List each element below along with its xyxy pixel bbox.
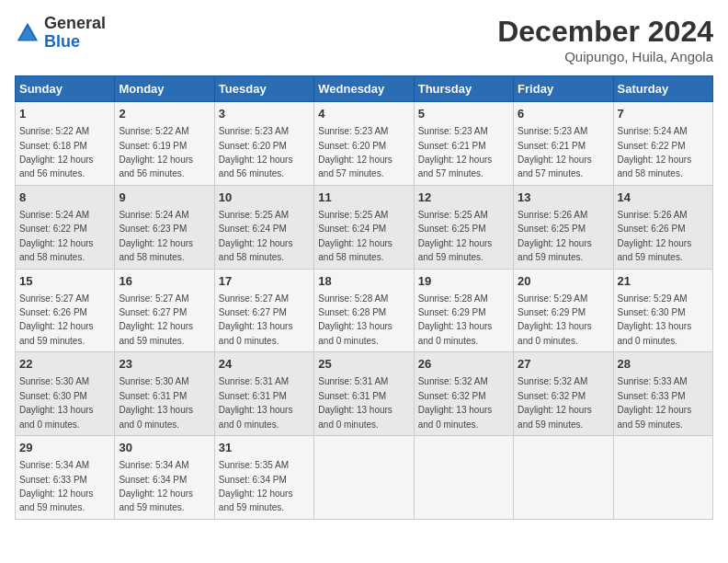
cell-week1-day1: 9Sunrise: 5:24 AMSunset: 6:23 PMDaylight… [115,185,214,269]
cell-week4-day3 [314,436,414,520]
title-block: December 2024 Quipungo, Huila, Angola [497,15,713,64]
cell-week2-day6: 21Sunrise: 5:29 AMSunset: 6:30 PMDayligh… [613,269,712,352]
day-number: 13 [518,190,609,206]
day-number: 18 [318,273,409,290]
cell-info: Sunrise: 5:31 AMSunset: 6:31 PMDaylight:… [318,376,392,429]
day-number: 23 [119,356,210,373]
day-number: 2 [119,106,210,122]
header-tuesday: Tuesday [214,76,313,102]
cell-week4-day2: 31Sunrise: 5:35 AMSunset: 6:34 PMDayligh… [214,436,313,520]
cell-week2-day3: 18Sunrise: 5:28 AMSunset: 6:28 PMDayligh… [314,269,414,352]
day-number: 1 [19,106,110,122]
day-number: 22 [19,356,110,373]
cell-week4-day4 [414,436,513,520]
logo-icon [15,20,40,46]
day-number: 28 [618,356,709,373]
cell-info: Sunrise: 5:29 AMSunset: 6:30 PMDaylight:… [618,293,692,346]
cell-info: Sunrise: 5:27 AMSunset: 6:27 PMDaylight:… [119,293,193,346]
cell-info: Sunrise: 5:34 AMSunset: 6:34 PMDaylight:… [119,460,193,512]
cell-info: Sunrise: 5:22 AMSunset: 6:19 PMDaylight:… [119,126,193,178]
day-number: 24 [219,356,310,373]
page-title: December 2024 [497,15,713,49]
day-number: 21 [618,273,709,290]
cell-week3-day2: 24Sunrise: 5:31 AMSunset: 6:31 PMDayligh… [214,352,313,436]
cell-week2-day0: 15Sunrise: 5:27 AMSunset: 6:26 PMDayligh… [16,269,115,352]
cell-info: Sunrise: 5:23 AMSunset: 6:20 PMDaylight:… [318,126,392,178]
week-row-3: 22Sunrise: 5:30 AMSunset: 6:30 PMDayligh… [16,352,713,436]
header-monday: Monday [115,76,214,102]
cell-info: Sunrise: 5:23 AMSunset: 6:20 PMDaylight:… [219,126,293,178]
cell-week1-day4: 12Sunrise: 5:25 AMSunset: 6:25 PMDayligh… [414,185,513,269]
cell-info: Sunrise: 5:22 AMSunset: 6:18 PMDaylight:… [19,126,94,178]
day-number: 25 [318,356,409,373]
cell-week2-day1: 16Sunrise: 5:27 AMSunset: 6:27 PMDayligh… [115,269,214,352]
cell-week3-day4: 26Sunrise: 5:32 AMSunset: 6:32 PMDayligh… [414,352,513,436]
day-number: 4 [318,106,409,122]
header-thursday: Thursday [414,76,513,102]
day-number: 8 [19,190,110,206]
cell-info: Sunrise: 5:25 AMSunset: 6:24 PMDaylight:… [219,210,293,262]
cell-info: Sunrise: 5:26 AMSunset: 6:25 PMDaylight:… [518,210,592,262]
cell-week2-day5: 20Sunrise: 5:29 AMSunset: 6:29 PMDayligh… [514,269,613,352]
day-number: 7 [618,106,709,122]
cell-info: Sunrise: 5:29 AMSunset: 6:29 PMDaylight:… [518,293,592,346]
day-number: 6 [518,106,609,122]
day-number: 9 [119,190,210,206]
header-sunday: Sunday [16,76,115,102]
cell-week1-day2: 10Sunrise: 5:25 AMSunset: 6:24 PMDayligh… [214,185,313,269]
cell-info: Sunrise: 5:24 AMSunset: 6:23 PMDaylight:… [119,210,193,262]
day-number: 15 [19,273,110,290]
cell-week0-day4: 5Sunrise: 5:23 AMSunset: 6:21 PMDaylight… [414,102,513,186]
day-number: 12 [418,190,509,206]
cell-info: Sunrise: 5:31 AMSunset: 6:31 PMDaylight:… [219,376,293,429]
cell-week0-day2: 3Sunrise: 5:23 AMSunset: 6:20 PMDaylight… [214,102,313,186]
cell-info: Sunrise: 5:23 AMSunset: 6:21 PMDaylight:… [418,126,493,178]
cell-week4-day0: 29Sunrise: 5:34 AMSunset: 6:33 PMDayligh… [16,436,115,520]
day-number: 14 [618,190,709,206]
cell-week1-day3: 11Sunrise: 5:25 AMSunset: 6:24 PMDayligh… [314,185,414,269]
week-row-2: 15Sunrise: 5:27 AMSunset: 6:26 PMDayligh… [16,269,713,352]
cell-week0-day0: 1Sunrise: 5:22 AMSunset: 6:18 PMDaylight… [16,102,115,186]
cell-info: Sunrise: 5:30 AMSunset: 6:30 PMDaylight:… [19,376,94,429]
cell-info: Sunrise: 5:24 AMSunset: 6:22 PMDaylight:… [618,126,692,178]
day-number: 29 [19,440,110,456]
day-number: 10 [219,190,310,206]
cell-week4-day1: 30Sunrise: 5:34 AMSunset: 6:34 PMDayligh… [115,436,214,520]
cell-info: Sunrise: 5:28 AMSunset: 6:28 PMDaylight:… [318,293,392,346]
cell-week3-day6: 28Sunrise: 5:33 AMSunset: 6:33 PMDayligh… [613,352,712,436]
page-subtitle: Quipungo, Huila, Angola [497,49,713,64]
day-number: 16 [119,273,210,290]
cell-week3-day1: 23Sunrise: 5:30 AMSunset: 6:31 PMDayligh… [115,352,214,436]
cell-week0-day6: 7Sunrise: 5:24 AMSunset: 6:22 PMDaylight… [613,102,712,186]
cell-info: Sunrise: 5:26 AMSunset: 6:26 PMDaylight:… [618,210,692,262]
cell-week4-day6 [613,436,712,520]
cell-info: Sunrise: 5:27 AMSunset: 6:27 PMDaylight:… [219,293,293,346]
cell-week3-day0: 22Sunrise: 5:30 AMSunset: 6:30 PMDayligh… [16,352,115,436]
day-number: 20 [518,273,609,290]
cell-week0-day5: 6Sunrise: 5:23 AMSunset: 6:21 PMDaylight… [514,102,613,186]
week-row-4: 29Sunrise: 5:34 AMSunset: 6:33 PMDayligh… [16,436,713,520]
day-number: 3 [219,106,310,122]
cell-info: Sunrise: 5:27 AMSunset: 6:26 PMDaylight:… [19,293,94,346]
cell-info: Sunrise: 5:32 AMSunset: 6:32 PMDaylight:… [518,376,592,429]
cell-week2-day4: 19Sunrise: 5:28 AMSunset: 6:29 PMDayligh… [414,269,513,352]
day-number: 17 [219,273,310,290]
cell-info: Sunrise: 5:24 AMSunset: 6:22 PMDaylight:… [19,210,94,262]
cell-week4-day5 [514,436,613,520]
day-number: 5 [418,106,509,122]
day-number: 30 [119,440,210,456]
cell-week1-day6: 14Sunrise: 5:26 AMSunset: 6:26 PMDayligh… [613,185,712,269]
cell-info: Sunrise: 5:23 AMSunset: 6:21 PMDaylight:… [518,126,592,178]
cell-week2-day2: 17Sunrise: 5:27 AMSunset: 6:27 PMDayligh… [214,269,313,352]
page-header: General Blue December 2024 Quipungo, Hui… [15,15,713,64]
header-wednesday: Wednesday [314,76,414,102]
cell-info: Sunrise: 5:28 AMSunset: 6:29 PMDaylight:… [418,293,493,346]
week-row-0: 1Sunrise: 5:22 AMSunset: 6:18 PMDaylight… [16,102,713,186]
day-number: 31 [219,440,310,456]
header-friday: Friday [514,76,613,102]
cell-info: Sunrise: 5:25 AMSunset: 6:25 PMDaylight:… [418,210,493,262]
calendar-table: Sunday Monday Tuesday Wednesday Thursday… [15,75,713,520]
logo: General Blue [15,15,106,52]
day-number: 11 [318,190,409,206]
week-row-1: 8Sunrise: 5:24 AMSunset: 6:22 PMDaylight… [16,185,713,269]
